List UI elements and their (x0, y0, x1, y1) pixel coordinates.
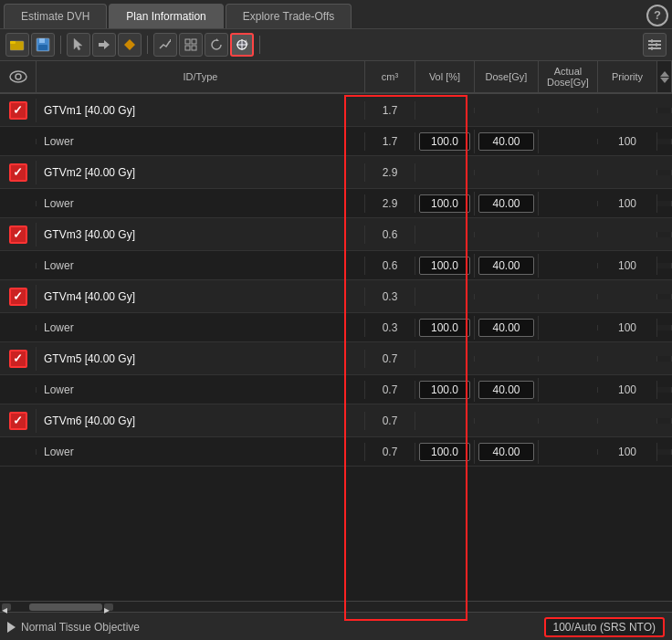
dose-input[interactable]: 40.00 (478, 257, 534, 275)
checkbox-cell[interactable] (0, 201, 37, 206)
dose-cell (475, 170, 539, 175)
table-row: ✓GTVm4 [40.00 Gy]0.3 (0, 280, 672, 313)
help-button[interactable]: ? (646, 5, 668, 26)
dose-cell[interactable]: 40.00 (475, 254, 539, 278)
arrow-icon[interactable] (92, 33, 116, 57)
vol-input[interactable]: 100.0 (419, 132, 470, 151)
checkbox-checked[interactable]: ✓ (9, 226, 27, 244)
priority-cell[interactable]: 100 (598, 443, 657, 461)
dose-input[interactable]: 40.00 (478, 381, 534, 399)
dose-cell[interactable]: 40.00 (475, 316, 539, 340)
checkbox-cell[interactable] (0, 139, 37, 144)
checkbox-cell[interactable]: ✓ (0, 347, 37, 371)
checkbox-checked[interactable]: ✓ (9, 101, 27, 120)
draw-icon[interactable] (153, 33, 177, 57)
priority-cell[interactable]: 100 (598, 194, 657, 213)
svg-rect-11 (185, 46, 190, 50)
svg-marker-6 (99, 40, 110, 49)
priority-cell (598, 418, 657, 424)
diamond-icon[interactable] (118, 33, 142, 57)
svg-rect-19 (648, 44, 661, 46)
status-bar: Normal Tissue Objective 100/Auto (SRS NT… (0, 612, 672, 640)
priority-cell[interactable]: 100 (598, 381, 657, 399)
table-row: Lower0.7100.040.00100 (0, 375, 672, 404)
checkbox-checked[interactable]: ✓ (9, 412, 27, 430)
id-cell: Lower (37, 132, 365, 151)
dose-cell[interactable]: 40.00 (475, 378, 539, 402)
id-cell: Lower (37, 381, 365, 399)
settings-icon[interactable] (643, 33, 667, 57)
checkbox-cell[interactable] (0, 387, 37, 393)
svg-point-24 (10, 71, 26, 82)
cm3-cell: 2.9 (365, 163, 415, 182)
checkbox-checked[interactable]: ✓ (9, 350, 27, 368)
scroll-thumb[interactable] (29, 603, 102, 611)
checkbox-cell[interactable]: ✓ (0, 285, 37, 309)
actual-dose-cell (539, 356, 598, 362)
app-container: Estimate DVH Plan Information Explore Tr… (0, 0, 672, 640)
dose-input[interactable]: 40.00 (478, 443, 534, 461)
target-beam-icon[interactable] (230, 33, 254, 57)
dose-cell[interactable]: 40.00 (475, 440, 539, 464)
save-icon[interactable] (31, 33, 55, 57)
svg-marker-5 (74, 38, 82, 50)
vol-input[interactable]: 100.0 (419, 194, 470, 213)
dose-input[interactable]: 40.00 (478, 194, 534, 213)
table-rows: ✓GTVm1 [40.00 Gy]1.7Lower1.7100.040.0010… (0, 94, 672, 467)
scroll-left-btn[interactable]: ◂ (2, 603, 11, 611)
priority-cell[interactable]: 100 (598, 132, 657, 151)
checkbox-cell[interactable]: ✓ (0, 161, 37, 184)
priority-cell[interactable]: 100 (598, 257, 657, 275)
id-cell: GTVm6 [40.00 Gy] (37, 412, 365, 430)
vol-cell (415, 108, 475, 113)
vol-cell[interactable]: 100.0 (415, 440, 475, 464)
horizontal-scrollbar[interactable]: ◂ ▸ (0, 601, 672, 612)
dose-cell[interactable]: 40.00 (475, 130, 539, 153)
checkbox-cell[interactable] (0, 325, 37, 330)
vol-cell[interactable]: 100.0 (415, 254, 475, 278)
dose-cell[interactable]: 40.00 (475, 192, 539, 215)
tab-estimate-dvh[interactable]: Estimate DVH (4, 4, 107, 28)
extra-cell (657, 387, 672, 393)
table-container[interactable]: ID/Type cm³ Vol [%] Dose[Gy] Actual Dose… (0, 61, 672, 601)
vol-input[interactable]: 100.0 (419, 443, 470, 461)
table-row: Lower2.9100.040.00100 (0, 189, 672, 218)
actual-dose-cell (539, 170, 598, 175)
checkbox-cell[interactable]: ✓ (0, 409, 37, 433)
vol-cell[interactable]: 100.0 (415, 130, 475, 153)
svg-rect-3 (39, 38, 45, 43)
svg-rect-20 (648, 47, 661, 49)
vol-input[interactable]: 100.0 (419, 257, 470, 275)
folder-icon[interactable] (5, 33, 29, 57)
vol-cell[interactable]: 100.0 (415, 378, 475, 402)
checkbox-checked[interactable]: ✓ (9, 288, 27, 306)
toolbar-analysis-group (153, 33, 254, 57)
tab-plan-information[interactable]: Plan Information (109, 4, 223, 28)
tab-explore-tradeoffs[interactable]: Explore Trade-Offs (226, 4, 352, 28)
vol-input[interactable]: 100.0 (419, 319, 470, 337)
priority-cell[interactable]: 100 (598, 319, 657, 337)
extra-cell (657, 232, 672, 237)
checkbox-checked[interactable]: ✓ (9, 163, 27, 182)
checkbox-cell[interactable] (0, 263, 37, 268)
expand-triangle-icon[interactable] (7, 622, 16, 633)
id-cell: GTVm4 [40.00 Gy] (37, 288, 365, 306)
extra-cell (657, 449, 672, 455)
dose-input[interactable]: 40.00 (478, 319, 534, 337)
extra-cell (657, 139, 672, 144)
vol-cell[interactable]: 100.0 (415, 192, 475, 215)
dose-input[interactable]: 40.00 (478, 132, 534, 151)
scroll-right-btn[interactable]: ▸ (104, 603, 113, 611)
checkbox-cell[interactable] (0, 449, 37, 455)
vol-cell[interactable]: 100.0 (415, 316, 475, 340)
priority-cell (598, 356, 657, 362)
checkbox-cell[interactable]: ✓ (0, 99, 37, 122)
cm3-cell: 2.9 (365, 194, 415, 213)
checkbox-cell[interactable]: ✓ (0, 223, 37, 247)
cursor-icon[interactable] (67, 33, 90, 57)
vol-input[interactable]: 100.0 (419, 381, 470, 399)
refresh-icon[interactable] (205, 33, 228, 57)
header-eye (0, 61, 37, 92)
table-row: ✓GTVm3 [40.00 Gy]0.6 (0, 218, 672, 251)
grid-icon[interactable] (179, 33, 203, 57)
